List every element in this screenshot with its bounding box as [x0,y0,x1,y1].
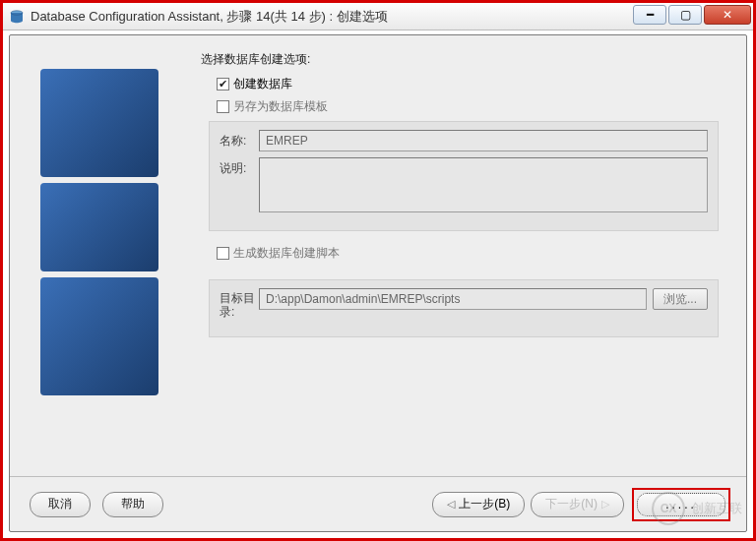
window-frame: Database Configuration Assistant, 步骤 14(… [0,0,756,541]
illustration-db-star [40,69,158,177]
minimize-button[interactable]: ━ [633,5,666,25]
illustration-db-gears [40,277,158,395]
save-as-template-checkbox[interactable] [217,100,229,113]
browse-button: 浏览... [653,288,708,310]
next-button-label: 下一步(N) [545,496,598,512]
template-name-label: 名称: [220,130,259,150]
title-bar[interactable]: Database Configuration Assistant, 步骤 14(… [3,3,753,30]
create-database-checkbox[interactable] [217,78,229,90]
template-desc-row: 说明: [220,157,708,212]
close-icon: ✕ [723,8,732,22]
chevron-right-icon: ▷ [601,498,609,511]
maximize-icon: ▢ [680,8,691,22]
section-title: 选择数据库创建选项: [201,51,730,68]
minimize-icon: ━ [647,8,654,22]
cancel-button[interactable]: 取消 [30,492,91,517]
footer-bar: 取消 帮助 ◁ 上一步(B) 下一步(N) ▷ ..... [10,476,746,531]
back-button-label: 上一步(B) [459,496,510,512]
template-desc-label: 说明: [220,157,259,177]
back-button[interactable]: ◁ 上一步(B) [432,492,525,517]
illustration-db-disk [40,183,158,271]
app-icon [9,9,25,25]
maximize-button[interactable]: ▢ [668,5,702,25]
chevron-left-icon: ◁ [447,498,455,511]
close-button[interactable]: ✕ [704,5,751,25]
main-panel: 选择数据库创建选项: 创建数据库 另存为数据库模板 名称: 说明: [173,49,730,476]
save-as-template-label: 另存为数据库模板 [233,98,328,115]
template-group: 名称: 说明: [209,121,719,231]
finish-button-label: ..... [665,498,697,511]
client-area: 选择数据库创建选项: 创建数据库 另存为数据库模板 名称: 说明: [9,34,747,532]
window-controls: ━ ▢ ✕ [633,3,753,30]
cancel-button-label: 取消 [48,496,72,512]
finish-button[interactable]: ..... [637,493,725,516]
generate-scripts-label: 生成数据库创建脚本 [233,245,340,262]
scripts-group: 目标目录: 浏览... [209,279,719,337]
finish-highlight: ..... [632,488,730,521]
content-area: 选择数据库创建选项: 创建数据库 另存为数据库模板 名称: 说明: [10,35,746,476]
template-name-row: 名称: [220,130,708,151]
next-button: 下一步(N) ▷ [531,492,624,517]
help-button-label: 帮助 [121,496,145,512]
save-as-template-option[interactable]: 另存为数据库模板 [217,98,730,115]
generate-scripts-option[interactable]: 生成数据库创建脚本 [217,245,730,262]
generate-scripts-checkbox[interactable] [217,247,229,260]
window-title: Database Configuration Assistant, 步骤 14(… [31,8,633,26]
create-database-option[interactable]: 创建数据库 [217,76,730,92]
help-button[interactable]: 帮助 [102,492,163,517]
scripts-dest-label: 目标目录: [220,288,259,319]
sidebar-illustration [26,49,173,476]
template-desc-input [259,157,708,212]
scripts-dest-input [259,288,647,310]
template-name-input [259,130,708,151]
create-database-label: 创建数据库 [233,76,292,92]
scripts-dest-row: 目标目录: 浏览... [220,288,708,319]
